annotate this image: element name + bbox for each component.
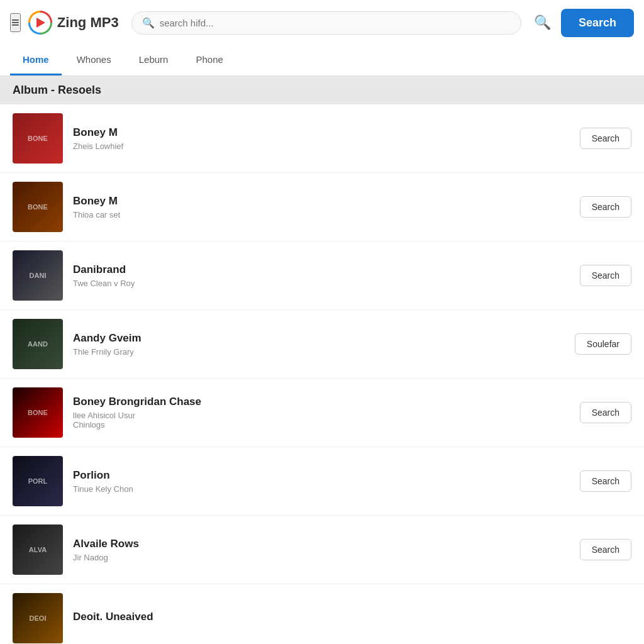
album-title-3: Danibrand	[73, 264, 580, 276]
album-title-7: Alvaile Rows	[73, 538, 580, 550]
album-item-2: BONEBoney MThioa car setSearch	[0, 173, 644, 242]
search-small-icon: 🔍	[142, 17, 155, 29]
album-title-6: Porlion	[73, 469, 580, 482]
tab-phone[interactable]: Phone	[183, 45, 235, 75]
album-title-8: Deoit. Uneaived	[73, 611, 631, 623]
album-item-3: DANIDanibrandTwe Clean v RoySearch	[0, 242, 644, 310]
album-thumb-8: DEOI	[13, 593, 63, 643]
logo-arrow-icon	[36, 18, 45, 28]
album-subtitle-6: Tinue Kely Chon	[73, 484, 580, 494]
album-thumb-1: BONE	[13, 113, 63, 164]
album-thumb-5: BONE	[13, 387, 63, 438]
album-action-button-7[interactable]: Search	[580, 539, 631, 560]
album-subtitle-5: llee Ahisicol Usur	[73, 411, 580, 420]
album-action-button-6[interactable]: Search	[580, 470, 631, 492]
album-action-button-4[interactable]: Soulefar	[575, 333, 631, 355]
album-title-1: Boney M	[73, 126, 580, 139]
album-subtitle-1: Zheis Lowhief	[73, 142, 580, 151]
album-action-button-1[interactable]: Search	[580, 128, 631, 149]
logo-icon	[28, 11, 52, 35]
search-icon-button[interactable]: 🔍	[529, 9, 556, 36]
search-bar: 🔍	[131, 11, 521, 35]
nav-tabs: Home Whones Leburn Phone	[0, 45, 644, 76]
album-thumb-2: BONE	[13, 182, 63, 232]
album-item-7: ALVAAlvaile RowsJir NadogSearch	[0, 516, 644, 584]
search-input[interactable]	[160, 18, 511, 28]
section-title: Album - Resoels	[0, 76, 644, 104]
album-info-7: Alvaile RowsJir Nadog	[73, 538, 580, 562]
logo: Zing MP3	[28, 11, 119, 35]
album-title-5: Boney Brongridan Chase	[73, 396, 580, 408]
album-item-5: BONEBoney Brongridan Chasellee Ahisicol …	[0, 379, 644, 447]
album-action-button-5[interactable]: Search	[580, 402, 631, 423]
album-thumb-4: AAND	[13, 319, 63, 369]
album-item-4: AANDAandy GveimThle Frnily GrarySoulefar	[0, 310, 644, 379]
hamburger-button[interactable]: ≡	[10, 13, 21, 32]
album-info-6: PorlionTinue Kely Chon	[73, 469, 580, 494]
tab-home[interactable]: Home	[10, 45, 62, 75]
album-thumb-3: DANI	[13, 250, 63, 301]
header: ≡ Zing MP3 🔍 🔍 Search	[0, 0, 644, 45]
album-info-5: Boney Brongridan Chasellee Ahisicol Usur…	[73, 396, 580, 430]
album-title-4: Aandy Gveim	[73, 332, 575, 345]
search-button[interactable]: Search	[561, 9, 634, 37]
logo-text: Zing MP3	[57, 14, 119, 31]
album-info-4: Aandy GveimThle Frnily Grary	[73, 332, 575, 357]
tab-whones[interactable]: Whones	[64, 45, 124, 75]
album-info-1: Boney MZheis Lowhief	[73, 126, 580, 151]
album-subtitle2-5: Chinlogs	[73, 420, 580, 430]
album-action-button-3[interactable]: Search	[580, 265, 631, 286]
album-list: BONEBoney MZheis LowhiefSearchBONEBoney …	[0, 104, 644, 644]
album-subtitle-7: Jir Nadog	[73, 553, 580, 562]
album-item-8: DEOIDeoit. Uneaived	[0, 584, 644, 644]
album-info-8: Deoit. Uneaived	[73, 611, 631, 626]
album-item-6: PORLPorlionTinue Kely ChonSearch	[0, 447, 644, 516]
album-action-button-2[interactable]: Search	[580, 196, 631, 218]
album-subtitle-3: Twe Clean v Roy	[73, 279, 580, 288]
album-subtitle-4: Thle Frnily Grary	[73, 347, 575, 357]
album-info-2: Boney MThioa car set	[73, 195, 580, 219]
tab-leburn[interactable]: Leburn	[126, 45, 181, 75]
album-thumb-7: ALVA	[13, 525, 63, 575]
album-item-1: BONEBoney MZheis LowhiefSearch	[0, 104, 644, 173]
album-info-3: DanibrandTwe Clean v Roy	[73, 264, 580, 288]
album-thumb-6: PORL	[13, 456, 63, 506]
album-subtitle-2: Thioa car set	[73, 210, 580, 219]
album-title-2: Boney M	[73, 195, 580, 208]
